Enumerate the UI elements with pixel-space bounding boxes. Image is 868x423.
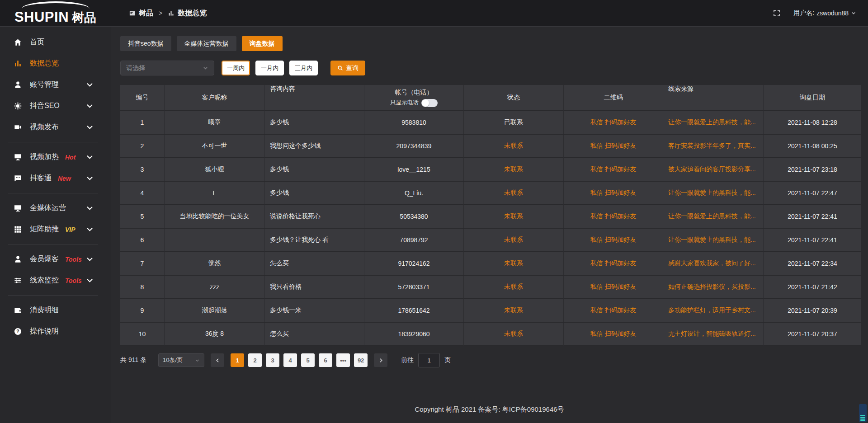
cell-source-link[interactable]: 无主灯设计，智能磁吸轨道灯... bbox=[663, 323, 764, 346]
fullscreen-icon[interactable] bbox=[773, 9, 781, 17]
monitor-icon bbox=[14, 204, 22, 212]
cell-nickname: 当地比较能吃的一位美女 bbox=[165, 205, 265, 229]
tab-0[interactable]: 抖音seo数据 bbox=[120, 36, 171, 51]
sidebar-item-label: 全媒体运营 bbox=[30, 203, 66, 213]
sidebar-item-15[interactable]: 消费明细 bbox=[0, 300, 111, 321]
page-button-5[interactable]: 5 bbox=[301, 353, 315, 367]
cell-source-link[interactable]: 让你一眼就爱上的黑科技，能... bbox=[663, 182, 764, 205]
sidebar-item-16[interactable]: ?操作说明 bbox=[0, 321, 111, 342]
page-button-4[interactable]: 4 bbox=[283, 353, 297, 367]
page-ellipsis-button[interactable]: ••• bbox=[336, 353, 350, 367]
table-row: 9潮起潮落多少钱一米178651642未联系私信 扫码加好友多功能护栏灯，适用于… bbox=[120, 299, 861, 323]
user-icon bbox=[14, 80, 22, 89]
cell-qrcode-link[interactable]: 私信 扫码加好友 bbox=[564, 299, 663, 323]
breadcrumb-item-home[interactable]: 树品 bbox=[129, 9, 153, 18]
range-button-1[interactable]: 一月内 bbox=[255, 61, 284, 75]
prev-page-button[interactable] bbox=[211, 353, 224, 367]
sidebar-item-3[interactable]: 抖音SEO bbox=[0, 95, 111, 117]
breadcrumb-item-current[interactable]: 数据总览 bbox=[168, 9, 207, 18]
cell-content: 说说价格让我死心 bbox=[265, 205, 364, 229]
username-label: 用户名: bbox=[793, 9, 814, 17]
chevron-down-icon bbox=[85, 102, 94, 110]
username: zswodun88 bbox=[816, 9, 849, 17]
search-button[interactable]: 查询 bbox=[330, 61, 365, 75]
tab-1[interactable]: 全媒体运营数据 bbox=[177, 36, 236, 51]
table-row: 2不可一世我想问这个多少钱2097344839未联系私信 扫码加好友客厅安装投影… bbox=[120, 135, 861, 158]
cell-source-link[interactable]: 让你一眼就爱上的黑科技，能... bbox=[663, 111, 764, 135]
sidebar-divider bbox=[8, 193, 98, 193]
cell-no: 4 bbox=[120, 182, 165, 205]
cell-account: Q_Liu. bbox=[364, 182, 464, 205]
main-content: 抖音seo数据全媒体运营数据询盘数据 请选择 一周内一月内三月内 查询 编号客户… bbox=[111, 26, 868, 423]
sidebar-item-2[interactable]: 账号管理 bbox=[0, 74, 111, 95]
sidebar-item-label: 视频加热 bbox=[30, 152, 59, 162]
sidebar-item-1[interactable]: 数据总览 bbox=[0, 53, 111, 74]
sidebar-item-badge: New bbox=[58, 175, 71, 182]
cell-account: 50534380 bbox=[364, 205, 464, 229]
sidebar-divider bbox=[8, 244, 98, 244]
cell-source-link[interactable]: 如何正确选择投影仪，买投影... bbox=[663, 276, 764, 299]
sidebar-divider bbox=[8, 295, 98, 296]
sidebar-item-4[interactable]: 视频发布 bbox=[0, 117, 111, 138]
page-size-value: 10条/页 bbox=[163, 356, 183, 364]
cell-no: 7 bbox=[120, 252, 165, 276]
page-size-select[interactable]: 10条/页 bbox=[158, 353, 204, 367]
range-button-2[interactable]: 三月内 bbox=[289, 61, 318, 75]
browser-extension-widget[interactable] bbox=[859, 404, 867, 422]
tab-2[interactable]: 询盘数据 bbox=[242, 36, 283, 51]
cell-account: 917024162 bbox=[364, 252, 464, 276]
cell-source-link[interactable]: 让你一眼就爱上的黑科技，能... bbox=[663, 229, 764, 252]
cell-qrcode-link[interactable]: 私信 扫码加好友 bbox=[564, 158, 663, 182]
jump-page-input[interactable] bbox=[418, 353, 440, 367]
table-row: 1036度 8怎么买183929060未联系私信 扫码加好友无主灯设计，智能磁吸… bbox=[120, 323, 861, 346]
cell-qrcode-link[interactable]: 私信 扫码加好友 bbox=[564, 205, 663, 229]
sidebar-item-0[interactable]: 首页 bbox=[0, 32, 111, 53]
cell-qrcode-link[interactable]: 私信 扫码加好友 bbox=[564, 323, 663, 346]
app-icon bbox=[129, 10, 136, 17]
cell-qrcode-link[interactable]: 私信 扫码加好友 bbox=[564, 276, 663, 299]
sidebar-item-7[interactable]: 抖客通New bbox=[0, 168, 111, 189]
cell-qrcode-link[interactable]: 私信 扫码加好友 bbox=[564, 252, 663, 276]
page-button-2[interactable]: 2 bbox=[248, 353, 262, 367]
cell-account: 2097344839 bbox=[364, 135, 464, 158]
table-row: 6多少钱？让我死心 看70898792未联系私信 扫码加好友让你一眼就爱上的黑科… bbox=[120, 229, 861, 252]
sidebar-item-9[interactable]: 全媒体运营 bbox=[0, 197, 111, 219]
cell-source-link[interactable]: 多功能护栏灯，适用于乡村文... bbox=[663, 299, 764, 323]
cell-qrcode-link[interactable]: 私信 扫码加好友 bbox=[564, 135, 663, 158]
cell-date: 2021-11-07 22:47 bbox=[764, 182, 861, 205]
page-button-6[interactable]: 6 bbox=[319, 353, 332, 367]
cell-qrcode-link[interactable]: 私信 扫码加好友 bbox=[564, 229, 663, 252]
next-page-button[interactable] bbox=[374, 353, 387, 367]
cell-qrcode-link[interactable]: 私信 扫码加好友 bbox=[564, 111, 663, 135]
pagination-total: 共 911 条 bbox=[120, 356, 146, 364]
chevron-down-icon bbox=[85, 174, 94, 183]
bar-chart-icon bbox=[14, 59, 22, 68]
cell-qrcode-link[interactable]: 私信 扫码加好友 bbox=[564, 182, 663, 205]
page-button-1[interactable]: 1 bbox=[231, 353, 244, 367]
phone-only-toggle[interactable] bbox=[421, 99, 438, 107]
sliders-icon bbox=[14, 276, 22, 285]
cell-account: 70898792 bbox=[364, 229, 464, 252]
sidebar-item-12[interactable]: 会员爆客Tools bbox=[0, 249, 111, 270]
cell-source-link[interactable]: 客厅安装投影半年多了，真实... bbox=[663, 135, 764, 158]
sidebar-item-10[interactable]: 矩阵助推VIP bbox=[0, 219, 111, 240]
range-button-0[interactable]: 一周内 bbox=[222, 61, 250, 75]
page-button-3[interactable]: 3 bbox=[266, 353, 279, 367]
filter-select[interactable]: 请选择 bbox=[120, 61, 214, 75]
footer-copyright: Copyright 树品 2021 备案号: 粤ICP备09019646号 bbox=[111, 405, 868, 414]
cell-date: 2021-11-07 22:41 bbox=[764, 229, 861, 252]
cell-source-link[interactable]: 被大家追着问的客厅投影分享... bbox=[663, 158, 764, 182]
sidebar-item-6[interactable]: 视频加热Hot bbox=[0, 146, 111, 168]
filter-bar: 请选择 一周内一月内三月内 查询 bbox=[120, 61, 861, 75]
cell-source-link[interactable]: 让你一眼就爱上的黑科技，能... bbox=[663, 205, 764, 229]
cell-status: 未联系 bbox=[464, 229, 564, 252]
user-menu[interactable]: 用户名: zswodun88 bbox=[793, 9, 856, 17]
phone-toggle-label: 只显示电话 bbox=[390, 99, 419, 107]
page-button-92[interactable]: 92 bbox=[354, 353, 368, 367]
cell-date: 2021-11-07 23:18 bbox=[764, 158, 861, 182]
question-icon: ? bbox=[14, 327, 22, 336]
sidebar-item-13[interactable]: 线索监控Tools bbox=[0, 270, 111, 291]
column-header-2: 咨询内容 bbox=[265, 85, 364, 111]
cell-source-link[interactable]: 感谢大家喜欢我家，被问了好... bbox=[663, 252, 764, 276]
chevron-down-icon bbox=[85, 123, 94, 132]
